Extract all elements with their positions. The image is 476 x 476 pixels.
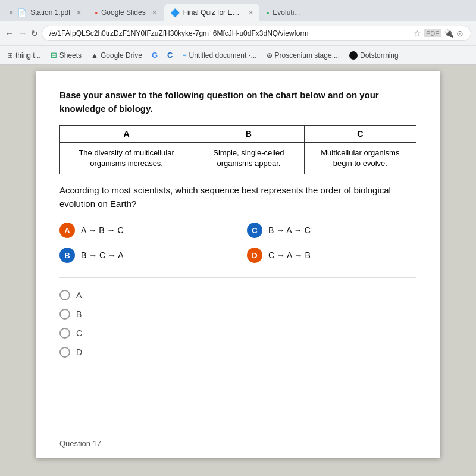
bookmark-gdrive[interactable]: ▲ Google Drive xyxy=(89,50,145,61)
answer-text-a: A → B → C xyxy=(81,226,124,235)
chart-table: A B C The diversity of multicellular org… xyxy=(60,125,416,174)
badge-c: C xyxy=(247,223,262,238)
tab-quiz[interactable]: 🔷 Final Quiz for Evolution ✕ xyxy=(164,4,259,21)
forward-icon[interactable]: → xyxy=(18,28,27,39)
extension-icon[interactable]: 🔌 xyxy=(444,29,454,38)
radio-option-a[interactable]: A xyxy=(60,290,416,300)
slides-icon: ▪ xyxy=(95,8,98,17)
url-box[interactable]: /e/1FAIpQLSc2h0trzDzF1NY0fFzuZfH30kyke-7… xyxy=(42,26,471,41)
bookmark-sheets-label: Sheets xyxy=(60,51,82,60)
question-number: Question 17 xyxy=(60,439,101,448)
tab-close-quiz[interactable]: ✕ xyxy=(248,9,253,17)
chart-cell-b1: Simple, single-celled organisms appear. xyxy=(193,143,305,174)
form-page: Base your answer to the following questi… xyxy=(36,71,440,458)
radio-label-b: B xyxy=(76,309,82,319)
badge-d: D xyxy=(247,248,262,263)
sheets-icon: ⊞ xyxy=(51,51,57,60)
answer-option-d[interactable]: D C → A → B xyxy=(247,248,416,263)
bookmark-thing-icon: ⊞ xyxy=(7,51,13,60)
bookmark-doc-label: Untitled document -... xyxy=(189,51,257,60)
tab-close-slides[interactable]: ✕ xyxy=(152,9,157,17)
gdrive-icon: ▲ xyxy=(91,51,98,60)
question-intro: Base your answer to the following questi… xyxy=(60,89,416,115)
radio-circle-b xyxy=(60,309,70,320)
quiz-icon: 🔷 xyxy=(170,8,180,17)
radio-option-c[interactable]: C xyxy=(60,328,416,339)
pdf-icon: 📄 xyxy=(17,8,27,17)
chrome-icon: C xyxy=(167,51,173,60)
answer-text-b: B → C → A xyxy=(81,250,124,260)
question-text: According to most scientists, which sequ… xyxy=(60,184,416,211)
proscenium-icon: ⊛ xyxy=(267,51,273,60)
radio-option-d[interactable]: D xyxy=(60,347,416,358)
chart-cell-c1: Multicellular organisms begin to evolve. xyxy=(304,143,416,174)
tab-evolve-label: Evoluti... xyxy=(273,8,300,17)
bookmark-google[interactable]: G xyxy=(149,49,160,61)
tab-bar: ✕ 📄 Station 1.pdf ✕ ▪ Google Slides ✕ 🔷 … xyxy=(0,0,476,21)
dotstorming-icon xyxy=(349,51,358,60)
bookmark-thing-label: thing t... xyxy=(15,51,41,60)
divider xyxy=(60,277,416,278)
radio-options: A B C D xyxy=(60,290,416,358)
tab-slides[interactable]: ▪ Google Slides ✕ xyxy=(89,4,162,21)
answer-grid: A A → B → C C B → A → C B B → C → A D C … xyxy=(60,223,416,263)
bookmark-sheets[interactable]: ⊞ Sheets xyxy=(48,49,84,61)
refresh-icon[interactable]: ↻ xyxy=(31,29,38,38)
content-area: Base your answer to the following questi… xyxy=(0,65,476,476)
bookmark-gdrive-label: Google Drive xyxy=(101,51,142,60)
bookmark-chrome[interactable]: C xyxy=(165,49,175,61)
back-icon[interactable]: ← xyxy=(5,28,14,39)
address-bar: ← → ↻ /e/1FAIpQLSc2h0trzDzF1NY0fFzuZfH30… xyxy=(0,21,476,45)
url-text: /e/1FAIpQLSc2h0trzDzF1NY0fFzuZfH30kyke-7… xyxy=(49,29,410,37)
tab-quiz-label: Final Quiz for Evolution xyxy=(183,8,242,17)
browser-chrome: ✕ 📄 Station 1.pdf ✕ ▪ Google Slides ✕ 🔷 … xyxy=(0,0,476,65)
answer-option-b[interactable]: B B → C → A xyxy=(60,248,229,263)
google-g-icon: G xyxy=(152,51,158,60)
tab-evolve[interactable]: ▪ Evoluti... xyxy=(261,4,308,21)
radio-circle-d xyxy=(60,347,70,358)
bookmark-dotstorming-label: Dotstorming xyxy=(360,51,399,60)
answer-option-a[interactable]: A A → B → C xyxy=(60,223,229,238)
radio-label-c: C xyxy=(76,328,82,338)
bookmark-thing[interactable]: ⊞ thing t... xyxy=(5,50,43,61)
radio-label-d: D xyxy=(76,347,82,357)
radio-option-b[interactable]: B xyxy=(60,309,416,320)
answer-option-c[interactable]: C B → A → C xyxy=(247,223,416,238)
badge-a: A xyxy=(60,223,75,238)
star-icon[interactable]: ☆ xyxy=(414,29,421,38)
chart-col-a: A xyxy=(60,126,193,143)
radio-circle-c xyxy=(60,328,70,339)
radio-circle-a xyxy=(60,290,70,300)
tab-close-x[interactable]: ✕ xyxy=(76,9,82,17)
chart-col-c: C xyxy=(304,126,416,143)
menu-icon[interactable]: ⊙ xyxy=(456,29,464,38)
answer-text-d: C → A → B xyxy=(268,250,311,260)
chart-row-1: The diversity of multicellular organisms… xyxy=(60,143,416,174)
tab-slides-label: Google Slides xyxy=(101,8,146,17)
answer-text-c: B → A → C xyxy=(268,226,311,235)
radio-label-a: A xyxy=(76,290,82,300)
chart-cell-a1: The diversity of multicellular organisms… xyxy=(60,143,193,174)
bookmark-dotstorming[interactable]: Dotstorming xyxy=(347,50,401,61)
tab-station-label: Station 1.pdf xyxy=(30,8,70,17)
bookmark-proscenium-label: Proscenium stage,... xyxy=(275,51,340,60)
badge-b: B xyxy=(60,248,75,263)
chart-col-b: B xyxy=(193,126,305,143)
bookmark-doc[interactable]: ≡ Untitled document -... xyxy=(180,50,259,61)
tab-station[interactable]: ✕ 📄 Station 1.pdf ✕ xyxy=(2,4,87,21)
evolve-icon: ▪ xyxy=(267,8,270,17)
doc-icon: ≡ xyxy=(183,51,187,60)
bookmark-proscenium[interactable]: ⊛ Proscenium stage,... xyxy=(264,50,342,61)
tab-close-station[interactable]: ✕ xyxy=(8,9,14,17)
pdf-addr-icon[interactable]: PDF xyxy=(424,29,441,37)
bookmarks-bar: ⊞ thing t... ⊞ Sheets ▲ Google Drive G C… xyxy=(0,45,476,64)
